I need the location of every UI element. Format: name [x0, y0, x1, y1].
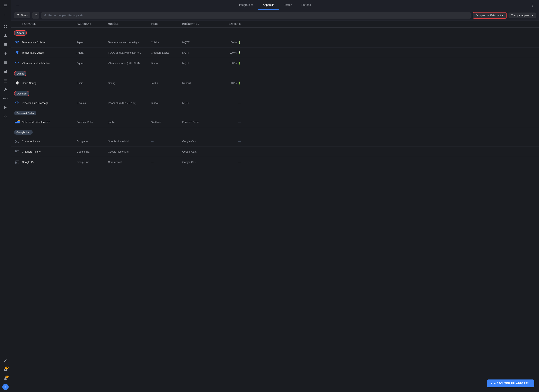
device-room: Bureau — [151, 62, 182, 65]
addons-icon[interactable] — [2, 113, 10, 121]
dacia-icon — [14, 80, 20, 86]
device-model: Chromecast — [108, 161, 151, 164]
bolt-icon[interactable] — [2, 50, 10, 58]
device-battery: — — [221, 121, 241, 124]
svg-rect-18 — [4, 71, 5, 73]
filter-adjust-button[interactable] — [32, 12, 39, 19]
group-badge-dacia: Dacia — [14, 71, 26, 76]
chart-icon[interactable] — [2, 68, 10, 76]
svg-rect-19 — [5, 71, 6, 73]
table-row[interactable]: Vibration Fauteuil Cedric Aqara Vibratio… — [11, 58, 539, 68]
group-by-button[interactable]: Grouper par Fabricant ▾ — [473, 12, 506, 19]
tab-entites[interactable]: Entités — [279, 0, 297, 10]
group-badge-forecast: Forecast.Solar — [14, 111, 36, 115]
user-avatar[interactable]: C — [2, 384, 9, 390]
col-appareil[interactable]: ↑ Appareil — [22, 23, 77, 25]
svg-rect-10 — [6, 44, 7, 45]
wifi-icon — [14, 60, 20, 66]
svg-marker-25 — [4, 106, 7, 109]
back-icon[interactable]: ← — [2, 11, 10, 19]
table-row[interactable]: Prise Baie de Brassage Develco Power plu… — [11, 98, 539, 108]
device-name: Vibration Fauteuil Cedric — [22, 62, 77, 65]
device-manufacturer: Google Inc. — [77, 140, 108, 143]
device-integration: Forecast.Solar — [182, 121, 221, 124]
sort-up-icon: ↑ — [22, 23, 23, 25]
list-icon[interactable] — [2, 59, 10, 67]
plus-icon: + — [491, 382, 492, 385]
device-battery: 100 % 🔋 — [221, 51, 241, 54]
device-room: Chambre Lucas — [151, 51, 182, 54]
svg-rect-21 — [4, 79, 7, 82]
pencil-icon[interactable] — [2, 357, 10, 365]
bell-badge: 1 — [5, 376, 9, 378]
device-integration: Google Cast — [182, 150, 221, 153]
table-row[interactable]: Google TV Google Inc. Chromecast — Googl… — [11, 157, 539, 167]
device-manufacturer: Aqara — [77, 51, 108, 54]
svg-rect-31 — [15, 122, 17, 123]
back-button[interactable]: ← — [14, 2, 21, 8]
device-name: Température Lucas — [22, 51, 77, 54]
search-input[interactable] — [48, 14, 468, 17]
device-model: Power plug (SPLZB-132) — [108, 102, 151, 104]
svg-rect-16 — [4, 62, 7, 63]
svg-rect-27 — [6, 115, 7, 116]
device-manufacturer: Google Inc. — [77, 161, 108, 164]
device-manufacturer: Develco — [77, 102, 108, 104]
topbar: ← Intégrations Appareils Entités Entrées… — [11, 0, 539, 10]
svg-rect-17 — [4, 63, 7, 64]
svg-rect-20 — [6, 70, 7, 73]
group-badge-google: Google Inc. — [14, 130, 33, 135]
svg-rect-9 — [5, 44, 6, 45]
group-badge-aqara: Aqara — [14, 30, 27, 36]
cast-icon — [14, 149, 20, 155]
tab-appareils[interactable]: Appareils — [258, 0, 279, 10]
hacs-icon[interactable]: HACS — [2, 95, 10, 102]
person-icon[interactable] — [2, 32, 10, 39]
sort-by-button[interactable]: Trier par Appareil ▾ — [509, 13, 536, 18]
table-header: ↑ Appareil Fabricant Modèle Pièce Intégr… — [11, 21, 539, 28]
svg-marker-30 — [15, 81, 19, 85]
table-row[interactable]: Température Cuisine Aqara Temperature an… — [11, 37, 539, 48]
table-row[interactable]: Chambre Tiffany Google Inc. Google Home … — [11, 146, 539, 157]
gear-badge: 12 — [5, 367, 8, 369]
col-batterie: Batterie — [221, 23, 241, 25]
table-row[interactable]: Solar production forecast Forecast.Solar… — [11, 117, 539, 127]
more-options-icon[interactable]: ⋮ — [529, 2, 536, 8]
svg-rect-11 — [4, 45, 5, 46]
filter-button[interactable]: Filtres — [14, 12, 30, 18]
table-row[interactable]: Température Lucas Aqara TVOC air quality… — [11, 48, 539, 58]
device-name: Prise Baie de Brassage — [22, 102, 77, 104]
tab-integrations[interactable]: Intégrations — [235, 0, 258, 10]
sort-by-label: Trier par Appareil — [511, 14, 531, 17]
battery-full-icon: 🔋 — [238, 41, 241, 44]
dashboard-icon[interactable] — [2, 23, 10, 30]
svg-marker-14 — [4, 52, 7, 55]
bell-icon[interactable]: 1 — [2, 375, 10, 383]
sidebar: ☰ ← HACS 12 1 C — [0, 0, 11, 392]
wifi-icon — [14, 100, 20, 106]
gear-icon[interactable]: 12 — [2, 366, 10, 374]
wrench-icon[interactable] — [2, 86, 10, 93]
svg-rect-26 — [4, 115, 5, 116]
media-icon[interactable] — [2, 104, 10, 111]
table-row[interactable]: Dacia Spring Dacia Spring Jardin Renault… — [11, 78, 539, 88]
add-device-label: + AJOUTER UN APPAREIL — [494, 382, 530, 385]
table-row[interactable]: Chambre Lucas Google Inc. Google Home Mi… — [11, 136, 539, 146]
group-header-aqara: Aqara — [11, 28, 539, 37]
grid-icon[interactable] — [2, 41, 10, 48]
device-manufacturer: Forecast.Solar — [77, 121, 108, 124]
device-name: Température Cuisine — [22, 41, 77, 44]
wifi-icon — [14, 39, 20, 45]
device-name: Dacia Spring — [22, 82, 77, 84]
search-icon — [44, 14, 47, 17]
add-device-button[interactable]: + + AJOUTER UN APPAREIL — [487, 379, 534, 387]
svg-point-4 — [5, 34, 6, 36]
search-box[interactable] — [41, 12, 471, 19]
tab-entrees[interactable]: Entrées — [297, 0, 315, 10]
menu-icon[interactable]: ☰ — [2, 2, 10, 10]
col-modele: Modèle — [108, 23, 151, 25]
svg-rect-6 — [5, 43, 6, 44]
device-battery: — — [221, 102, 241, 104]
calendar-icon[interactable] — [2, 77, 10, 84]
chevron-down-icon: ▾ — [502, 14, 503, 17]
